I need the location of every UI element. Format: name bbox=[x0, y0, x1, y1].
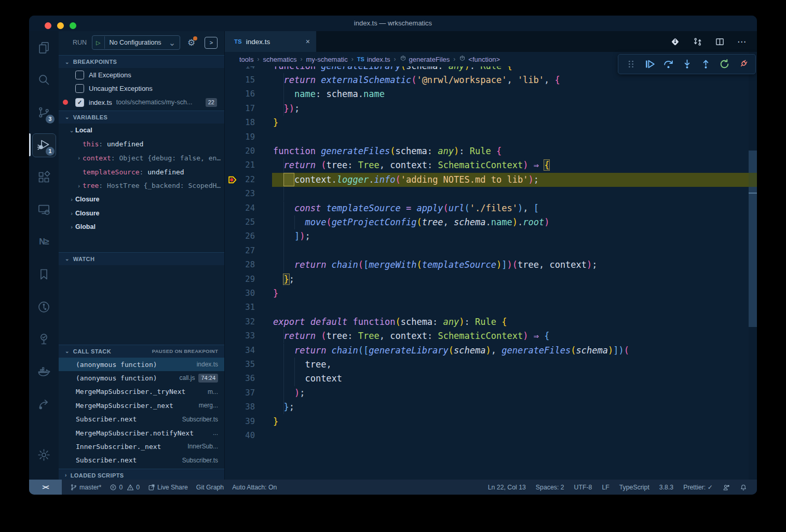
code-line[interactable]: 29 }; bbox=[225, 272, 757, 287]
docker-activity-item[interactable] bbox=[29, 356, 59, 388]
compare-changes-icon[interactable] bbox=[693, 37, 702, 47]
section-header-watch[interactable]: ⌄ WATCH bbox=[59, 252, 224, 265]
section-header-call-stack[interactable]: ⌄ CALL STACK PAUSED ON BREAKPOINT bbox=[59, 345, 224, 358]
code-line[interactable]: 20function generateFiles(schema: any): R… bbox=[225, 144, 757, 158]
status-item[interactable]: TypeScript bbox=[619, 484, 649, 491]
line-number[interactable]: 16 bbox=[225, 87, 255, 101]
line-number[interactable]: 21 bbox=[225, 158, 255, 172]
drag-handle-button[interactable] bbox=[621, 57, 640, 72]
current-code-line[interactable]: 22 context.logger.info('adding NOTES.md … bbox=[225, 173, 757, 187]
code-line[interactable]: 21 return (tree: Tree, context: Schemati… bbox=[225, 158, 757, 172]
split-editor-icon[interactable] bbox=[715, 37, 725, 47]
debug-console-icon[interactable]: > bbox=[205, 37, 218, 49]
code-area[interactable]: 14function generateLibrary(schema: any):… bbox=[225, 52, 757, 480]
breakpoint-checkbox[interactable]: ✓ bbox=[75, 98, 84, 107]
gitlens-activity-item[interactable] bbox=[29, 291, 59, 323]
breakpoint-checkbox[interactable] bbox=[75, 71, 84, 79]
status-item[interactable]: Spaces: 2 bbox=[536, 484, 564, 491]
code-line[interactable]: 26 ]); bbox=[225, 229, 757, 243]
code-line[interactable]: 36 context bbox=[225, 372, 757, 386]
call-stack-frame[interactable]: Subscriber.nextSubscriber.ts bbox=[59, 412, 224, 426]
line-number[interactable]: 40 bbox=[225, 429, 255, 443]
remote-indicator[interactable]: >< bbox=[29, 480, 62, 495]
breadcrumb-item[interactable]: my-schematic bbox=[306, 56, 348, 63]
code-line[interactable]: 38 }; bbox=[225, 400, 757, 414]
breadcrumb-item[interactable]: <function> bbox=[468, 56, 500, 63]
line-number[interactable]: 31 bbox=[225, 301, 255, 315]
code-line[interactable]: 34 return chain([generateLibrary(schema)… bbox=[225, 344, 757, 358]
line-number[interactable]: 19 bbox=[225, 130, 255, 144]
call-stack-frame[interactable]: MergeMapSubscriber._tryNextm... bbox=[59, 385, 224, 399]
status-item[interactable]: Auto Attach: On bbox=[232, 484, 277, 491]
launch-configuration-dropdown[interactable]: ▷ No Configurations ⌄ bbox=[92, 35, 180, 50]
breakpoint-row[interactable]: Uncaught Exceptions bbox=[59, 82, 224, 96]
status-item[interactable]: 3.8.3 bbox=[659, 484, 673, 491]
extensions-activity-item[interactable] bbox=[29, 161, 59, 194]
code-line[interactable]: 40 bbox=[225, 429, 757, 443]
code-line[interactable]: 30} bbox=[225, 287, 757, 301]
breadcrumb-item[interactable]: index.ts bbox=[367, 56, 390, 63]
call-stack-frame[interactable]: MergeMapSubscriber.notifyNext... bbox=[59, 426, 224, 440]
line-number[interactable]: 26 bbox=[225, 229, 255, 243]
line-number[interactable]: 37 bbox=[225, 386, 255, 400]
line-number[interactable]: 34 bbox=[225, 344, 255, 358]
code-line[interactable]: 33 return (tree: Tree, context: Schemati… bbox=[225, 329, 757, 343]
line-number[interactable]: 30 bbox=[225, 287, 255, 301]
call-stack-frame[interactable]: (anonymous function)call.js74:24 bbox=[59, 371, 224, 385]
code-line[interactable]: 28 return chain([mergeWith(templateSourc… bbox=[225, 258, 757, 272]
code-line[interactable]: 37 ); bbox=[225, 386, 757, 400]
continue-button[interactable] bbox=[640, 57, 659, 72]
status-item[interactable]: UTF-8 bbox=[574, 484, 592, 491]
gitlens-diamond-icon[interactable] bbox=[670, 37, 680, 47]
variable-row[interactable]: templateSource: undefined bbox=[59, 165, 224, 179]
line-number[interactable]: 24 bbox=[225, 201, 255, 215]
start-debug-icon[interactable]: ▷ bbox=[92, 36, 104, 49]
breakpoint-row[interactable]: ✓index.tstools/schematics/my-sch...22 bbox=[59, 96, 224, 110]
breakpoint-checkbox[interactable] bbox=[75, 84, 84, 93]
files-activity-item[interactable] bbox=[29, 31, 59, 64]
remote-explorer-activity-item[interactable] bbox=[29, 194, 59, 226]
code-line[interactable]: 39} bbox=[225, 415, 757, 429]
status-item[interactable]: Git Graph bbox=[196, 484, 224, 491]
code-line[interactable]: 17 }); bbox=[225, 102, 757, 116]
line-number[interactable]: 20 bbox=[225, 144, 255, 158]
nx-console-activity-item[interactable]: N≥ bbox=[29, 226, 59, 258]
line-number[interactable]: 27 bbox=[225, 244, 255, 258]
line-number[interactable]: 33 bbox=[225, 329, 255, 343]
variable-row[interactable]: ›Global bbox=[59, 220, 224, 234]
breadcrumb-item[interactable]: generateFiles bbox=[409, 56, 450, 63]
status-item-feedback[interactable] bbox=[723, 484, 730, 491]
line-number[interactable]: 35 bbox=[225, 358, 255, 372]
code-line[interactable]: 23 bbox=[225, 187, 757, 201]
breadcrumb-item[interactable]: schematics bbox=[263, 56, 296, 63]
line-number[interactable]: 39 bbox=[225, 415, 255, 429]
variable-row[interactable]: ›tree: HostTree {_backend: ScopedH… bbox=[59, 179, 224, 193]
line-number[interactable]: 28 bbox=[225, 258, 255, 272]
line-number[interactable]: 18 bbox=[225, 116, 255, 130]
code-line[interactable]: 25 move(getProjectConfig(tree, schema.na… bbox=[225, 215, 757, 229]
line-number[interactable]: 22 bbox=[225, 173, 255, 187]
breakpoint-row[interactable]: All Exceptions bbox=[59, 68, 224, 82]
restart-button[interactable] bbox=[715, 57, 734, 72]
step-into-button[interactable] bbox=[677, 57, 696, 72]
call-stack-frame[interactable]: MergeMapSubscriber._nextmerg... bbox=[59, 399, 224, 412]
call-stack-frame[interactable]: (anonymous function)index.ts bbox=[59, 358, 224, 371]
line-number[interactable]: 36 bbox=[225, 372, 255, 386]
more-actions-icon[interactable]: ⋯ bbox=[737, 36, 747, 47]
breadcrumb-item[interactable]: tools bbox=[239, 56, 253, 63]
call-stack-frame[interactable]: Subscriber.nextSubscriber.ts bbox=[59, 454, 224, 467]
source-control-activity-item[interactable]: 3 bbox=[29, 96, 59, 129]
settings-gear-activity-item[interactable] bbox=[29, 439, 59, 472]
code-line[interactable]: 16 name: schema.name bbox=[225, 87, 757, 101]
status-item-bell[interactable] bbox=[740, 484, 747, 491]
configure-gear-icon[interactable]: ⚙ bbox=[187, 37, 195, 48]
variable-row[interactable]: ›Closure bbox=[59, 207, 224, 221]
code-line[interactable]: 24 const templateSource = apply(url('./f… bbox=[225, 201, 757, 215]
code-line[interactable]: 15 return externalSchematic('@nrwl/works… bbox=[225, 73, 757, 87]
call-stack-frame[interactable]: InnerSubscriber._nextInnerSub... bbox=[59, 440, 224, 453]
code-line[interactable]: 27 bbox=[225, 244, 757, 258]
code-line[interactable]: 32export default function(schema: any): … bbox=[225, 315, 757, 329]
step-out-button[interactable] bbox=[696, 57, 715, 72]
status-item-branch[interactable]: master* bbox=[70, 484, 101, 491]
todo-tree-activity-item[interactable] bbox=[29, 323, 59, 356]
